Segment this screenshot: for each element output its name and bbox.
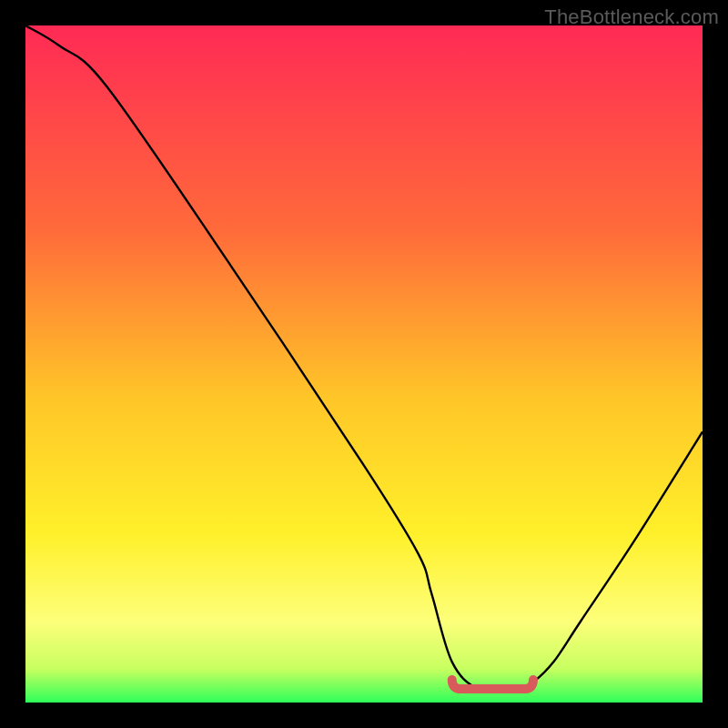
chart-svg [25, 25, 703, 703]
plot-area [25, 25, 703, 703]
watermark-text: TheBottleneck.com [544, 5, 719, 29]
gradient-background [25, 25, 703, 703]
chart-frame: TheBottleneck.com [0, 0, 728, 728]
